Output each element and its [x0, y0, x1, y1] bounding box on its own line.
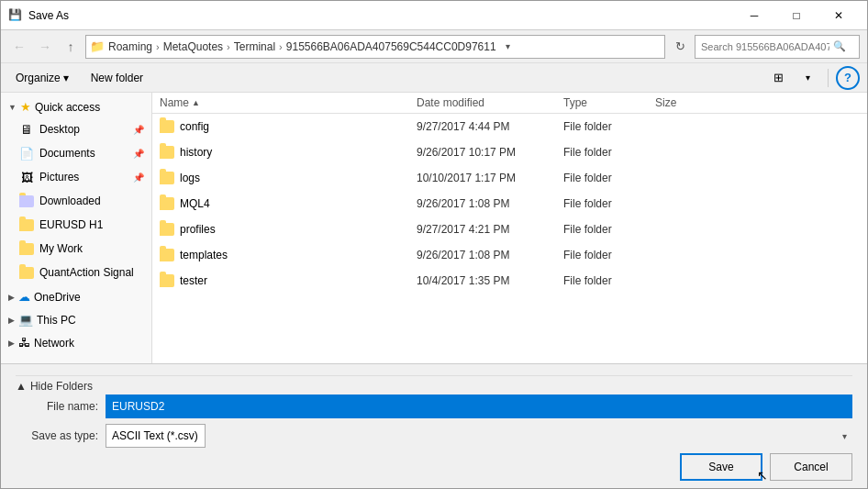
back-button[interactable]: ← — [8, 36, 30, 58]
filetype-label: Save as type: — [16, 429, 98, 442]
column-type[interactable]: Type — [563, 96, 655, 109]
breadcrumb-metaquotes[interactable]: MetaQuotes — [163, 40, 223, 53]
work-folder-icon — [19, 241, 34, 256]
filetype-dropdown[interactable]: ASCII Text (*.csv) — [106, 424, 206, 448]
folder-icon — [160, 223, 174, 236]
sidebar-label: Documents — [39, 147, 128, 160]
file-date-cell: 9/26/2017 10:17 PM — [417, 146, 563, 159]
file-type-cell: File folder — [563, 223, 655, 236]
title-controls: ─ □ ✕ — [733, 1, 860, 30]
breadcrumb-terminal[interactable]: Terminal — [234, 40, 275, 53]
refresh-button[interactable]: ↻ — [669, 36, 691, 58]
breadcrumb-hash[interactable]: 915566BA06ADA407569C544CC0D97611 — [286, 40, 496, 53]
folder-icon — [160, 172, 174, 184]
onedrive-icon: ☁ — [18, 290, 30, 304]
table-row[interactable]: history 9/26/2017 10:17 PM File folder — [152, 139, 867, 165]
sidebar-label: EURUSD H1 — [39, 218, 144, 231]
quantaction-folder-icon — [19, 265, 34, 280]
search-box: 🔍 — [695, 35, 860, 59]
folder-icon — [160, 146, 174, 159]
new-folder-button[interactable]: New folder — [83, 67, 150, 89]
search-input[interactable] — [701, 41, 829, 52]
hide-chevron-icon: ▲ — [16, 380, 27, 393]
up-button[interactable]: ↑ — [60, 36, 82, 58]
file-type-cell: File folder — [563, 172, 655, 184]
close-button[interactable]: ✕ — [818, 1, 860, 30]
search-icon: 🔍 — [833, 40, 846, 52]
sidebar-label: Desktop — [39, 123, 128, 136]
sidebar-header-quick-access[interactable]: ▼ ★ Quick access — [1, 96, 151, 117]
sidebar-item-pictures[interactable]: 🖼 Pictures 📌 — [1, 165, 151, 189]
cancel-button[interactable]: Cancel — [770, 453, 852, 481]
bottom-area: ▲ Hide Folders File name: Save as type: … — [1, 363, 867, 488]
documents-icon: 📄 — [19, 146, 34, 161]
pin-icon: 📌 — [133, 172, 144, 183]
table-row[interactable]: tester 10/4/2017 1:35 PM File folder — [152, 268, 867, 294]
sidebar-header-this-pc[interactable]: ▶ 💻 This PC — [1, 309, 151, 330]
column-name[interactable]: Name ▲ — [160, 96, 417, 109]
file-type-cell: File folder — [563, 146, 655, 159]
sidebar-section-this-pc: ▶ 💻 This PC — [1, 309, 151, 330]
chevron-right-icon: ▶ — [8, 316, 15, 325]
filetype-dropdown-wrapper: ASCII Text (*.csv) ▾ — [106, 424, 852, 448]
sidebar: ▼ ★ Quick access 🖥 Desktop 📌 📄 Documents… — [1, 93, 152, 363]
table-row[interactable]: logs 10/10/2017 1:17 PM File folder — [152, 165, 867, 191]
sidebar-item-documents[interactable]: 📄 Documents 📌 — [1, 141, 151, 165]
breadcrumb-roaming[interactable]: Roaming — [108, 40, 152, 53]
sidebar-item-eurusd-h1[interactable]: EURUSD H1 — [1, 213, 151, 237]
help-button[interactable]: ? — [836, 66, 860, 90]
view-button[interactable]: ⊞ — [765, 67, 791, 89]
sidebar-item-desktop[interactable]: 🖥 Desktop 📌 — [1, 117, 151, 141]
table-row[interactable]: MQL4 9/26/2017 1:08 PM File folder — [152, 191, 867, 217]
dropdown-arrow-icon: ▾ — [842, 431, 847, 441]
file-type-cell: File folder — [563, 120, 655, 133]
table-row[interactable]: templates 9/26/2017 1:08 PM File folder — [152, 242, 867, 268]
folder-icon — [160, 120, 174, 133]
toolbar-divider — [828, 69, 829, 87]
pin-icon: 📌 — [133, 125, 144, 135]
view-dropdown-button[interactable]: ▾ — [795, 67, 820, 89]
hide-folders-bar: ▲ Hide Folders — [16, 375, 852, 395]
sidebar-header-onedrive[interactable]: ▶ ☁ OneDrive — [1, 286, 151, 307]
file-name-cell: MQL4 — [160, 197, 417, 210]
address-dropdown-button[interactable]: ▾ — [500, 36, 517, 58]
organize-label: Organize — [16, 72, 61, 84]
sidebar-header-network[interactable]: ▶ 🖧 Network — [1, 332, 151, 353]
filename-input[interactable] — [106, 395, 852, 418]
sidebar-item-downloaded[interactable]: Downloaded — [1, 189, 151, 213]
file-rows-container: config 9/27/2017 4:44 PM File folder his… — [152, 114, 867, 294]
column-size[interactable]: Size — [655, 96, 729, 109]
sidebar-item-quantaction[interactable]: QuantAction Signal — [1, 261, 151, 284]
sidebar-item-my-work[interactable]: My Work — [1, 237, 151, 261]
downloaded-folder-icon — [19, 194, 34, 208]
window-title: Save As — [28, 9, 733, 22]
toolbar-right: ⊞ ▾ ? — [765, 66, 860, 90]
table-row[interactable]: profiles 9/27/2017 4:21 PM File folder — [152, 217, 867, 242]
hide-folders-button[interactable]: ▲ Hide Folders — [16, 380, 93, 393]
address-toolbar: ← → ↑ 📁 Roaming › MetaQuotes › Terminal … — [1, 30, 867, 63]
column-date[interactable]: Date modified — [417, 96, 563, 109]
folder-icon — [160, 274, 174, 287]
address-bar[interactable]: 📁 Roaming › MetaQuotes › Terminal › 9155… — [85, 35, 665, 59]
sort-arrow-icon: ▲ — [192, 98, 200, 107]
file-date-cell: 9/27/2017 4:21 PM — [417, 223, 563, 236]
save-button[interactable]: Save — [680, 453, 762, 481]
this-pc-icon: 💻 — [18, 313, 33, 327]
file-date-cell: 9/26/2017 1:08 PM — [417, 197, 563, 210]
maximize-button[interactable]: □ — [775, 1, 818, 30]
file-name-cell: profiles — [160, 223, 417, 236]
sidebar-label: QuantAction Signal — [39, 266, 144, 279]
minimize-button[interactable]: ─ — [733, 1, 775, 30]
file-list: Name ▲ Date modified Type Size config 9/… — [152, 93, 867, 363]
desktop-icon: 🖥 — [19, 122, 34, 137]
filename-label: File name: — [16, 400, 98, 413]
forward-button[interactable]: → — [34, 36, 56, 58]
organize-button[interactable]: Organize ▾ — [8, 67, 76, 89]
filetype-row: Save as type: ASCII Text (*.csv) ▾ — [16, 424, 852, 448]
sidebar-section-network: ▶ 🖧 Network — [1, 332, 151, 353]
table-row[interactable]: config 9/27/2017 4:44 PM File folder — [152, 114, 867, 139]
sidebar-item-label: Network — [34, 337, 74, 350]
file-name-cell: templates — [160, 249, 417, 261]
file-name-cell: logs — [160, 172, 417, 184]
pictures-icon: 🖼 — [19, 170, 34, 184]
